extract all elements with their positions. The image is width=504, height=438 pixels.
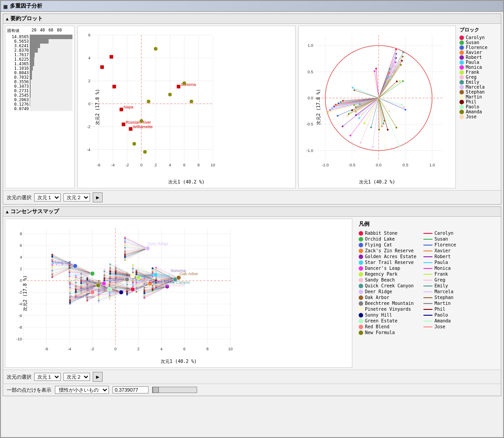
wine-legend-label: Oak Arbor: [365, 295, 389, 300]
consensus-wine-item: Pinetree Vinyards: [359, 307, 416, 312]
consensus-wine-item: Sandy Beach: [359, 277, 416, 282]
consensus-judge-item: Jose: [423, 324, 456, 329]
summary-plot-title: 要約プロット: [10, 15, 43, 22]
scatter-x-label: 次元1 (40.2 %): [168, 179, 204, 185]
legend-dot: [459, 85, 464, 89]
consensus-wine-item: Beechtree Mountain: [359, 301, 416, 306]
dim2-select-2[interactable]: 次元２次元３次元４: [63, 373, 90, 381]
eigen-bar-fill: [30, 62, 34, 66]
eigen-bar-bg: [30, 107, 72, 111]
wine-legend-label: Orchid Lake: [365, 237, 395, 241]
eigen-row: 0.2063: [7, 98, 72, 102]
legend-item-label: Stephan: [466, 89, 485, 94]
judge-legend-line: [423, 315, 432, 316]
legend-item: Xavier: [459, 50, 498, 55]
legend-item: Emily: [459, 80, 498, 85]
eigen-row: 0.1276: [7, 102, 72, 107]
judge-legend-label: Greg: [434, 277, 445, 282]
legend-dot: [459, 50, 464, 55]
dim1-select[interactable]: 次元１次元２次元３: [34, 193, 61, 201]
filter-value-input[interactable]: [112, 386, 148, 393]
judge-legend-line: [423, 326, 432, 327]
judge-legend-label: Susan: [434, 237, 448, 241]
legend-item-label: Paula: [466, 60, 479, 65]
legend-item: Phil: [459, 99, 498, 104]
consensus-wine-item: Zack's Zin Reserve: [359, 248, 416, 253]
filter-select[interactable]: 慣性が小さいもの 慣性が大きいもの: [55, 386, 109, 394]
legend-item: Monica: [459, 65, 498, 70]
summary-plot-header: ▲ 要約プロット: [3, 14, 501, 24]
consensus-judge-item: Amanda: [423, 318, 456, 323]
wine-legend-dot: [359, 260, 363, 265]
legend-item: Susan: [459, 40, 498, 45]
bottom-controls: 一部の点だけを表示 慣性が小さいもの 慣性が大きいもの: [3, 384, 501, 396]
eigen-label: 0.7032: [7, 75, 29, 80]
judge-legend-label: Xavier: [434, 248, 450, 253]
legend-item: Robert: [459, 55, 498, 60]
consensus-judge-item: Martin: [423, 301, 456, 306]
wine-legend-dot: [359, 307, 363, 312]
legend-item: Martin: [459, 94, 498, 99]
title-bar: ▦ 多重因子分析: [1, 1, 503, 12]
eigen-row: 14.8565: [7, 35, 72, 39]
consensus-legend-title: 凡例: [359, 220, 495, 228]
judge-legend-label: Paolo: [434, 313, 448, 317]
wine-legend-dot: [359, 331, 363, 335]
play-button-2[interactable]: ▶: [93, 372, 103, 382]
legend-dot: [459, 90, 464, 94]
consensus-judge-item: Marcela: [423, 289, 456, 294]
eigen-row: 1.6225: [7, 57, 72, 62]
consensus-judge-item: Susan: [423, 237, 456, 241]
consensus-map-title: コンセンサスマップ: [10, 208, 59, 215]
summary-plot-content: 固有値 20406080 14.8565 6.5653 3.6241 2.837: [3, 24, 501, 190]
eigen-bar-fill: [30, 35, 72, 39]
play-button-1[interactable]: ▶: [93, 192, 103, 202]
eigen-label: 0.3473: [7, 84, 29, 89]
filter-slider[interactable]: [152, 387, 197, 393]
eigen-bar-bg: [30, 75, 72, 80]
legend-item: Paolo: [459, 104, 498, 109]
main-window: ▦ 多重因子分析 ▲ 要約プロット 固有値 20406080 14.8565: [0, 0, 504, 438]
legend-item: Stephan: [459, 89, 498, 94]
eigen-label: 6.5653: [7, 39, 29, 44]
eigen-bar-bg: [30, 48, 72, 53]
summary-plot-section: ▲ 要約プロット 固有値 20406080 14.8565 6.5653: [3, 13, 501, 205]
legend-item-label: Robert: [466, 55, 482, 60]
consensus-judge-item: Monica: [423, 266, 456, 271]
legend-item-label: Monica: [466, 65, 482, 70]
legend-item-label: Xavier: [466, 50, 482, 55]
wine-legend-dot: [359, 295, 363, 300]
judge-legend-label: Phil: [434, 307, 445, 312]
dim1-select-2[interactable]: 次元１次元２次元３: [34, 373, 61, 381]
wine-legend-dot: [359, 249, 363, 253]
consensus-wine-item: Orchid Lake: [359, 237, 416, 241]
wine-legend-label: Star Trail Reserve: [365, 260, 414, 265]
consensus-judge-item: Robert: [423, 254, 456, 259]
consensus-wine-item: Dancer's Leap: [359, 266, 416, 271]
legend-item-label: Martin: [466, 94, 482, 99]
judge-legend-line: [423, 245, 432, 246]
slider-thumb[interactable]: [153, 387, 159, 393]
eigen-label: 14.8565: [7, 35, 29, 39]
eigen-bar-bg: [30, 53, 72, 57]
legend-dot: [459, 45, 464, 50]
judge-legend-label: Monica: [434, 266, 450, 271]
dim-select-label-2: 次元の選択: [7, 374, 32, 380]
eigen-bar-fill: [30, 71, 32, 75]
judge-legend-line: [423, 233, 432, 234]
consensus-judge-item: Stephan: [423, 295, 456, 300]
legend-item: Amanda: [459, 109, 498, 114]
judge-legend-label: Stephan: [434, 295, 453, 300]
consensus-wine-item: Rabbit Stone: [359, 231, 416, 236]
judge-legend-label: Florence: [434, 242, 456, 247]
dim2-select[interactable]: 次元２次元３次元４: [63, 193, 90, 201]
dim-select-label-1: 次元の選択: [7, 194, 32, 201]
wine-legend-dot: [359, 284, 363, 288]
judge-legend-line: [423, 291, 432, 292]
collapse-triangle[interactable]: ▲: [6, 16, 9, 21]
consensus-judge-item: Xavier: [423, 248, 456, 253]
wine-legend-dot: [359, 313, 363, 317]
consensus-canvas: [5, 219, 239, 363]
eigen-label: 1.4365: [7, 62, 29, 66]
consensus-collapse-triangle[interactable]: ▲: [6, 209, 9, 214]
